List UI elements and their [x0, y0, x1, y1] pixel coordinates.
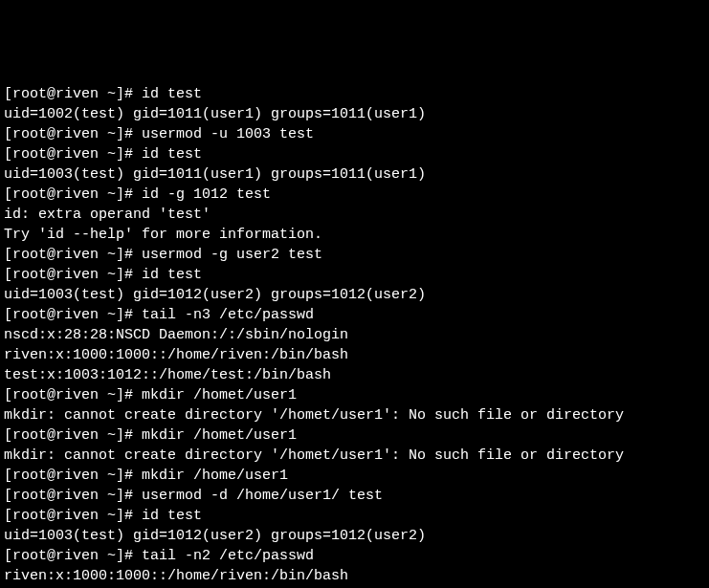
- command-text: mkdir /homet/user1: [142, 387, 297, 403]
- terminal-command-line: [root@riven ~]# id test: [4, 265, 705, 285]
- shell-prompt: [root@riven ~]#: [4, 126, 142, 142]
- terminal[interactable]: [root@riven ~]# id testuid=1002(test) gi…: [4, 84, 705, 588]
- shell-prompt: [root@riven ~]#: [4, 267, 142, 283]
- terminal-output-line: mkdir: cannot create directory '/homet/u…: [4, 446, 705, 466]
- shell-prompt: [root@riven ~]#: [4, 548, 142, 564]
- terminal-command-line: [root@riven ~]# mkdir /homet/user1: [4, 425, 705, 446]
- terminal-command-line: [root@riven ~]# id test: [4, 144, 705, 164]
- shell-prompt: [root@riven ~]#: [4, 247, 142, 263]
- output-text: uid=1002(test) gid=1011(user1) groups=10…: [4, 106, 426, 122]
- terminal-command-line: [root@riven ~]# mkdir /home/user1: [4, 466, 705, 486]
- output-text: id: extra operand 'test': [4, 207, 210, 223]
- output-text: mkdir: cannot create directory '/homet/u…: [4, 407, 624, 424]
- terminal-output-line: uid=1003(test) gid=1012(user2) groups=10…: [4, 526, 705, 546]
- terminal-output-line: riven:x:1000:1000::/home/riven:/bin/bash: [4, 566, 705, 586]
- command-text: tail -n2 /etc/passwd: [142, 548, 314, 564]
- terminal-output-line: nscd:x:28:28:NSCD Daemon:/:/sbin/nologin: [4, 325, 705, 345]
- terminal-command-line: [root@riven ~]# mkdir /homet/user1: [4, 385, 705, 405]
- output-text: test:x:1003:1012::/home/test:/bin/bash: [4, 367, 331, 383]
- output-text: Try 'id --help' for more information.: [4, 227, 322, 243]
- command-text: id test: [142, 267, 202, 283]
- shell-prompt: [root@riven ~]#: [4, 468, 142, 484]
- terminal-output-line: test:x:1003:1012::/home/test:/bin/bash: [4, 365, 705, 385]
- shell-prompt: [root@riven ~]#: [4, 508, 142, 524]
- terminal-command-line: [root@riven ~]# usermod -d /home/user1/ …: [4, 486, 705, 506]
- terminal-command-line: [root@riven ~]# usermod -g user2 test: [4, 245, 705, 265]
- terminal-command-line: [root@riven ~]# tail -n3 /etc/passwd: [4, 305, 705, 325]
- terminal-output-line: Try 'id --help' for more information.: [4, 225, 705, 245]
- output-text: uid=1003(test) gid=1012(user2) groups=10…: [4, 528, 426, 544]
- output-text: riven:x:1000:1000::/home/riven:/bin/bash: [4, 568, 348, 584]
- terminal-output-line: uid=1003(test) gid=1011(user1) groups=10…: [4, 164, 705, 185]
- terminal-command-line: [root@riven ~]# id test: [4, 506, 705, 526]
- shell-prompt: [root@riven ~]#: [4, 307, 142, 323]
- command-text: id -g 1012 test: [142, 186, 271, 203]
- command-text: usermod -d /home/user1/ test: [142, 488, 383, 504]
- command-text: usermod -g user2 test: [142, 247, 322, 263]
- shell-prompt: [root@riven ~]#: [4, 488, 142, 504]
- terminal-output-line: uid=1003(test) gid=1012(user2) groups=10…: [4, 285, 705, 305]
- shell-prompt: [root@riven ~]#: [4, 427, 142, 444]
- command-text: id test: [142, 86, 202, 102]
- shell-prompt: [root@riven ~]#: [4, 146, 142, 163]
- shell-prompt: [root@riven ~]#: [4, 387, 142, 403]
- terminal-command-line: [root@riven ~]# id -g 1012 test: [4, 185, 705, 205]
- command-text: tail -n3 /etc/passwd: [142, 307, 314, 323]
- command-text: id test: [142, 508, 202, 524]
- output-text: riven:x:1000:1000::/home/riven:/bin/bash: [4, 347, 348, 363]
- output-text: nscd:x:28:28:NSCD Daemon:/:/sbin/nologin: [4, 327, 348, 343]
- terminal-output-line: id: extra operand 'test': [4, 205, 705, 225]
- terminal-output-line: riven:x:1000:1000::/home/riven:/bin/bash: [4, 345, 705, 365]
- terminal-command-line: [root@riven ~]# id test: [4, 84, 705, 104]
- terminal-command-line: [root@riven ~]# tail -n2 /etc/passwd: [4, 546, 705, 566]
- terminal-output-line: mkdir: cannot create directory '/homet/u…: [4, 405, 705, 425]
- output-text: uid=1003(test) gid=1012(user2) groups=10…: [4, 287, 426, 303]
- shell-prompt: [root@riven ~]#: [4, 186, 142, 203]
- command-text: mkdir /home/user1: [142, 468, 288, 484]
- command-text: usermod -u 1003 test: [142, 126, 314, 142]
- command-text: id test: [142, 146, 202, 163]
- command-text: mkdir /homet/user1: [142, 427, 297, 444]
- terminal-command-line: [root@riven ~]# usermod -u 1003 test: [4, 124, 705, 144]
- output-text: mkdir: cannot create directory '/homet/u…: [4, 447, 624, 464]
- output-text: uid=1003(test) gid=1011(user1) groups=10…: [4, 166, 426, 183]
- shell-prompt: [root@riven ~]#: [4, 86, 142, 102]
- terminal-output-line: uid=1002(test) gid=1011(user1) groups=10…: [4, 104, 705, 124]
